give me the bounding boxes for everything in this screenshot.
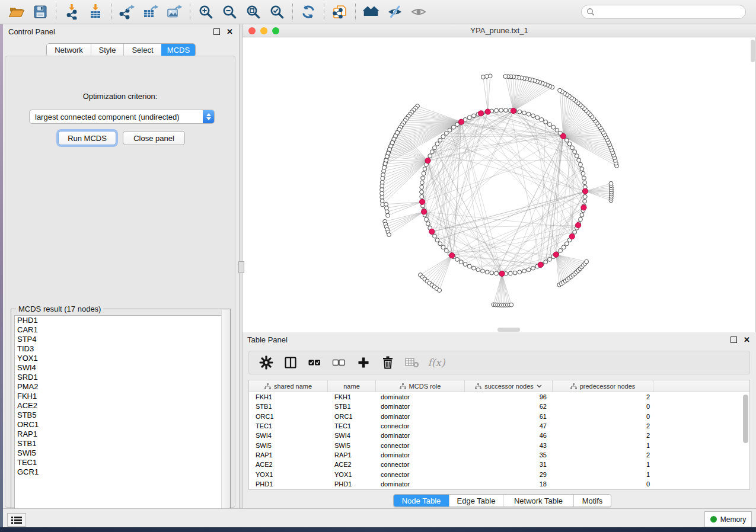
network-hub-node[interactable]: [575, 223, 580, 228]
network-hub-node[interactable]: [560, 133, 566, 139]
save-icon[interactable]: [28, 2, 52, 22]
network-node[interactable]: [573, 150, 577, 154]
network-node[interactable]: [531, 266, 535, 270]
network-node[interactable]: [495, 108, 499, 113]
memory-button[interactable]: Memory: [704, 511, 752, 527]
mcds-result-item[interactable]: SRD1: [15, 373, 227, 382]
network-hub-node[interactable]: [553, 252, 559, 257]
network-node[interactable]: [420, 194, 424, 198]
tab-network-table[interactable]: Network Table: [503, 495, 573, 507]
network-node[interactable]: [504, 108, 508, 113]
add-icon[interactable]: [353, 353, 374, 372]
network-node[interactable]: [420, 181, 424, 185]
deselect-all-icon[interactable]: [329, 353, 349, 372]
network-node[interactable]: [438, 242, 442, 246]
network-hub-node[interactable]: [419, 199, 425, 204]
panel-splitter[interactable]: [239, 24, 243, 508]
network-node[interactable]: [476, 268, 480, 272]
network-node[interactable]: [490, 271, 494, 275]
export-table-icon[interactable]: [139, 2, 162, 22]
mcds-result-item[interactable]: STB5: [15, 411, 227, 420]
mcds-result-item[interactable]: ORC1: [15, 420, 227, 430]
network-node[interactable]: [531, 114, 535, 118]
network-node[interactable]: [518, 270, 522, 274]
zoom-fit-icon[interactable]: [241, 2, 265, 22]
network-node[interactable]: [583, 181, 587, 185]
zoom-in-icon[interactable]: [194, 2, 218, 22]
search-input[interactable]: [595, 8, 745, 16]
tab-select[interactable]: Select: [123, 44, 161, 56]
float-icon[interactable]: [731, 336, 737, 343]
network-node[interactable]: [467, 264, 471, 268]
network-node[interactable]: [522, 111, 527, 115]
refresh-icon[interactable]: [296, 2, 320, 22]
import-network-icon[interactable]: [60, 2, 84, 22]
network-node[interactable]: [567, 142, 572, 146]
tab-network[interactable]: Network: [47, 44, 91, 56]
tab-node-table[interactable]: Node Table: [394, 495, 449, 507]
network-satellite-node[interactable]: [609, 181, 613, 185]
export-network-icon[interactable]: [115, 2, 139, 22]
gear-icon[interactable]: [256, 353, 276, 372]
network-node[interactable]: [582, 176, 586, 180]
zoom-selected-icon[interactable]: [265, 2, 289, 22]
network-node[interactable]: [573, 230, 577, 234]
network-node[interactable]: [540, 118, 544, 122]
split-panel-icon[interactable]: [280, 353, 301, 372]
column-header-predecessor-nodes[interactable]: predecessor nodes: [553, 380, 653, 392]
delete-icon[interactable]: [378, 353, 398, 372]
network-node[interactable]: [547, 123, 551, 127]
network-node[interactable]: [575, 154, 579, 158]
network-node[interactable]: [499, 108, 503, 113]
network-node[interactable]: [551, 125, 556, 129]
network-node[interactable]: [559, 249, 563, 253]
close-icon[interactable]: ✕: [744, 336, 750, 344]
network-graph[interactable]: [243, 37, 756, 333]
network-hub-node[interactable]: [421, 209, 426, 214]
network-satellite-node[interactable]: [387, 233, 391, 237]
network-node[interactable]: [426, 222, 430, 226]
network-satellite-node[interactable]: [481, 75, 485, 79]
table-row[interactable]: RAP1RAP1dominator352: [249, 450, 749, 460]
network-node[interactable]: [583, 194, 587, 198]
network-node[interactable]: [455, 258, 460, 262]
network-node[interactable]: [481, 269, 485, 273]
tab-style[interactable]: Style: [91, 44, 123, 56]
mcds-result-item[interactable]: FKH1: [15, 392, 227, 401]
network-node[interactable]: [430, 150, 434, 154]
network-satellite-node[interactable]: [385, 210, 389, 214]
network-node[interactable]: [444, 132, 448, 136]
hide-eye-icon[interactable]: [383, 2, 407, 22]
table-row[interactable]: SWI5SWI5connector431: [249, 440, 749, 450]
network-hub-node[interactable]: [538, 262, 543, 267]
network-node[interactable]: [527, 268, 531, 272]
network-canvas[interactable]: [243, 37, 756, 333]
table-row[interactable]: TEC1TEC1connector472: [249, 421, 749, 431]
network-satellite-node[interactable]: [381, 177, 385, 181]
close-icon[interactable]: ✕: [227, 28, 233, 36]
tab-motifs[interactable]: Motifs: [573, 495, 611, 507]
network-node[interactable]: [547, 258, 551, 262]
export-image-icon[interactable]: [162, 2, 186, 22]
network-node[interactable]: [467, 116, 471, 120]
mcds-result-item[interactable]: CAR1: [15, 325, 227, 335]
network-node[interactable]: [485, 270, 489, 274]
network-node[interactable]: [544, 260, 548, 264]
network-satellite-node[interactable]: [380, 180, 384, 184]
network-node[interactable]: [564, 242, 569, 246]
network-satellite-node[interactable]: [382, 165, 387, 169]
network-hub-node[interactable]: [425, 158, 430, 164]
mcds-result-item[interactable]: RAP1: [15, 430, 227, 439]
network-node[interactable]: [435, 142, 439, 146]
column-header-MCDS-role[interactable]: MCDS role: [376, 380, 465, 392]
tab-edge-table[interactable]: Edge Table: [449, 495, 503, 507]
network-node[interactable]: [433, 234, 437, 238]
float-icon[interactable]: [213, 28, 220, 35]
mcds-result-item[interactable]: STP4: [15, 335, 227, 344]
network-hub-node[interactable]: [511, 108, 516, 113]
network-node[interactable]: [448, 128, 452, 132]
network-node[interactable]: [562, 245, 566, 249]
network-node[interactable]: [527, 112, 531, 116]
import-table-icon[interactable]: [84, 2, 107, 22]
mcds-result-item[interactable]: SWI4: [15, 363, 227, 373]
